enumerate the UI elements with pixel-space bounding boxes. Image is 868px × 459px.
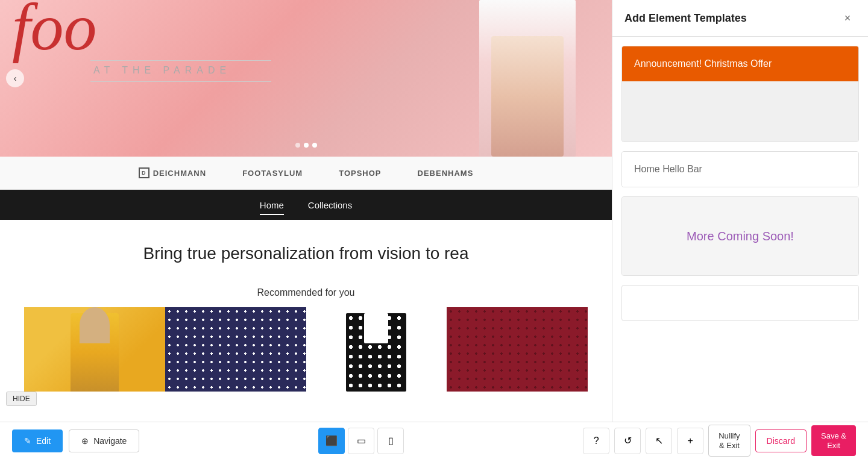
recommended-label: Recommended for you: [12, 287, 600, 298]
product-card-2: [165, 307, 306, 392]
edit-icon: ✎: [24, 436, 31, 446]
carousel-dots: [295, 143, 317, 148]
desktop-icon: ⬛: [326, 435, 338, 446]
product-card-4: [447, 307, 588, 392]
template-announcement-preview: [622, 81, 858, 142]
product-grid: [12, 307, 600, 392]
panel-title: Add Element Templates: [624, 12, 747, 25]
product-image-4: [447, 307, 588, 392]
toolbar-left: ✎ Edit ⊕ Navigate: [12, 429, 139, 452]
desktop-view-button[interactable]: ⬛: [318, 428, 345, 454]
template-comingsoon-text: More Coming Soon!: [687, 230, 794, 243]
cursor-button[interactable]: ↖: [646, 428, 672, 454]
product-image-2: [165, 307, 306, 392]
add-icon: +: [688, 436, 693, 446]
carousel-dot-3[interactable]: [312, 143, 317, 148]
hero-title: foo: [12, 0, 97, 60]
nullify-label: Nullify& Exit: [719, 431, 740, 450]
navigate-label: Navigate: [93, 436, 127, 446]
brand-debenhams: DEBENHAMS: [418, 169, 474, 178]
template-comingsoon-content: More Coming Soon!: [622, 197, 858, 275]
tablet-view-button[interactable]: ▭: [348, 428, 374, 454]
toolbar-center: ⬛ ▭ ▯: [318, 428, 404, 454]
hero-banner: foo AT THE PARADE ‹: [0, 0, 612, 157]
cursor-icon: ↖: [655, 435, 663, 446]
nav-item-home[interactable]: Home: [260, 197, 284, 213]
right-panel: Add Element Templates × Announcement! Ch…: [612, 0, 868, 459]
hero-divider: [90, 60, 271, 61]
template-card-comingsoon[interactable]: More Coming Soon!: [621, 196, 859, 276]
mobile-icon: ▯: [388, 435, 394, 446]
help-button[interactable]: ?: [583, 428, 609, 454]
save-button[interactable]: Save &Exit: [811, 425, 856, 456]
discard-button[interactable]: Discard: [755, 429, 807, 452]
template-hellobar-text: Home Hello Bar: [634, 164, 702, 174]
history-button[interactable]: ↺: [614, 428, 641, 454]
brand-footasylum: FOOTASYLUM: [242, 169, 303, 178]
add-button[interactable]: +: [677, 428, 703, 454]
edit-label: Edit: [36, 436, 51, 446]
carousel-dot-1[interactable]: [295, 143, 300, 148]
help-icon: ?: [594, 436, 599, 446]
toolbar-right: ? ↺ ↖ + Nullify& Exit Discard Save &Exit: [583, 425, 856, 457]
template-card-announcement[interactable]: Announcement! Christmas Offer: [621, 46, 859, 142]
panel-content: Announcement! Christmas Offer Home Hello…: [612, 37, 868, 459]
brand-topshop: TOPSHOP: [339, 169, 381, 178]
main-content: foo AT THE PARADE ‹ D DEICHMANN FOOTASYL…: [0, 0, 612, 459]
recommended-section: Recommended for you: [0, 275, 612, 404]
hero-divider2: [90, 81, 271, 82]
template-card-empty[interactable]: [621, 285, 859, 321]
history-icon: ↺: [624, 435, 632, 446]
product-image-1: [24, 307, 165, 392]
template-card-hellobar[interactable]: Home Hello Bar: [621, 151, 859, 187]
brand-deichmann: D DEICHMANN: [139, 167, 206, 178]
personalization-section: Bring true personalization from vision t…: [0, 220, 612, 275]
carousel-dot-2[interactable]: [304, 143, 309, 148]
nav-item-collections[interactable]: Collections: [308, 197, 352, 213]
nav-bar: Home Collections: [0, 190, 612, 220]
brands-bar: D DEICHMANN FOOTASYLUM TOPSHOP DEBENHAMS: [0, 157, 612, 190]
carousel-prev-button[interactable]: ‹: [6, 69, 24, 87]
mobile-view-button[interactable]: ▯: [377, 428, 404, 454]
navigate-button[interactable]: ⊕ Navigate: [69, 429, 139, 452]
hero-figure: [479, 0, 576, 157]
brand-deichmann-icon: D: [139, 167, 149, 178]
template-announcement-text: Announcement! Christmas Offer: [634, 58, 772, 69]
panel-close-button[interactable]: ×: [839, 10, 856, 27]
product-card-3: [306, 307, 447, 392]
save-label: Save &Exit: [821, 431, 846, 450]
product-image-3: [306, 307, 447, 392]
template-hellobar-bar: Home Hello Bar: [622, 152, 858, 187]
navigate-icon: ⊕: [81, 436, 89, 446]
bottom-toolbar: ✎ Edit ⊕ Navigate ⬛ ▭ ▯ ? ↺ ↖ +: [0, 422, 868, 459]
personalization-title: Bring true personalization from vision t…: [12, 244, 600, 263]
nullify-button[interactable]: Nullify& Exit: [708, 425, 750, 457]
product-card-1: [24, 307, 165, 392]
edit-button[interactable]: ✎ Edit: [12, 429, 63, 452]
tablet-icon: ▭: [357, 435, 366, 446]
hero-subtitle: AT THE PARADE: [93, 65, 231, 76]
hide-button[interactable]: HIDE: [6, 392, 37, 406]
panel-header: Add Element Templates ×: [612, 0, 868, 37]
template-announcement-bar: Announcement! Christmas Offer: [622, 46, 858, 81]
